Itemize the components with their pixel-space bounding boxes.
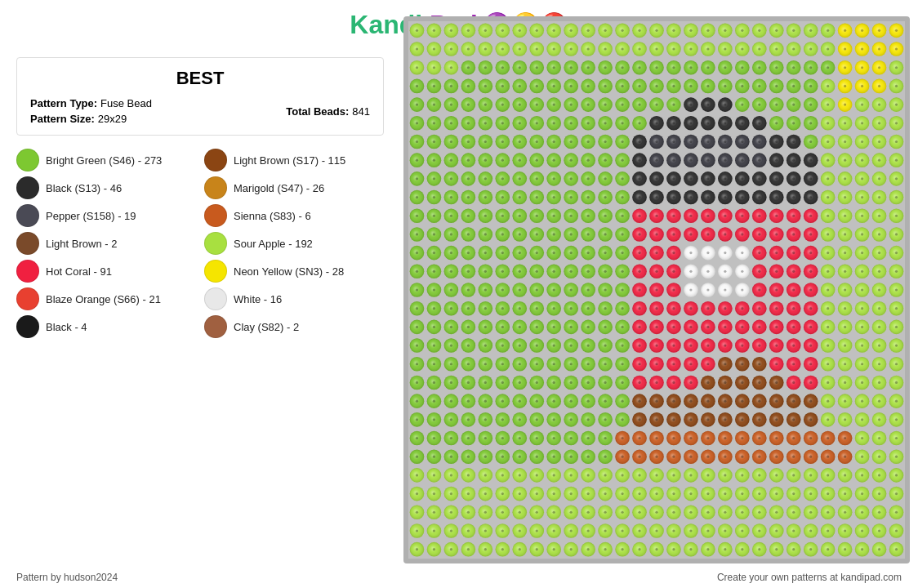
bead-label-clay: Clay (S82) - 2	[234, 321, 299, 333]
bead-label-black-s13: Black (S13) - 46	[46, 182, 122, 194]
bead-item-marigold: Marigold (S47) - 26	[204, 176, 384, 199]
pattern-info-box: BEST Pattern Type: Fuse Bead Pattern Siz…	[16, 57, 384, 136]
bead-item-blaze-orange: Blaze Orange (S66) - 21	[16, 287, 196, 310]
footer-left: Pattern by hudson2024	[16, 572, 118, 583]
pattern-meta-right: Total Beads: 841	[286, 105, 370, 118]
bead-item-pepper: Pepper (S158) - 19	[16, 204, 196, 227]
bead-label-white: White - 16	[234, 293, 282, 305]
bead-swatch-marigold	[204, 176, 227, 199]
bead-label-light-brown: Light Brown - 2	[46, 238, 117, 250]
bead-item-light-brown-s17: Light Brown (S17) - 115	[204, 149, 384, 172]
bead-swatch-black	[16, 315, 39, 338]
bead-item-light-brown: Light Brown - 2	[16, 232, 196, 255]
bead-label-black: Black - 4	[46, 321, 87, 333]
pattern-size-row: Pattern Size: 29x29	[30, 113, 152, 125]
footer-right: Create your own patterns at kandipad.com	[717, 572, 902, 583]
bead-item-black-s13: Black (S13) - 46	[16, 176, 196, 199]
bead-swatch-hot-coral	[16, 260, 39, 283]
pattern-size-value: 29x29	[98, 113, 127, 125]
bead-swatch-pepper	[16, 204, 39, 227]
bead-list: Bright Green (S46) - 273Light Brown (S17…	[16, 149, 384, 338]
total-beads-value: 841	[352, 105, 370, 118]
bead-label-marigold: Marigold (S47) - 26	[234, 182, 324, 194]
bead-item-neon-yellow: Neon Yellow (SN3) - 28	[204, 260, 384, 283]
bead-label-blaze-orange: Blaze Orange (S66) - 21	[46, 293, 161, 305]
bead-label-light-brown-s17: Light Brown (S17) - 115	[234, 154, 345, 167]
pattern-type-value: Fuse Bead	[100, 97, 152, 109]
pixel-art-panel	[403, 16, 910, 564]
bead-item-hot-coral: Hot Coral - 91	[16, 260, 196, 283]
footer: Pattern by hudson2024 Create your own pa…	[0, 572, 918, 583]
pattern-title: BEST	[30, 68, 370, 89]
bead-label-pepper: Pepper (S158) - 19	[46, 210, 136, 222]
bead-label-neon-yellow: Neon Yellow (SN3) - 28	[234, 265, 344, 278]
pixel-canvas	[408, 21, 905, 559]
bead-swatch-bright-green	[16, 149, 39, 172]
pattern-size-label: Pattern Size:	[30, 113, 95, 125]
pattern-meta: Pattern Type: Fuse Bead Pattern Size: 29…	[30, 97, 370, 125]
bead-swatch-light-brown-s17	[204, 149, 227, 172]
bead-swatch-blaze-orange	[16, 287, 39, 310]
bead-label-sour-apple: Sour Apple - 192	[234, 238, 313, 250]
bead-swatch-light-brown	[16, 232, 39, 255]
bead-label-bright-green: Bright Green (S46) - 273	[46, 154, 162, 167]
bead-item-white: White - 16	[204, 287, 384, 310]
bead-swatch-sour-apple	[204, 232, 227, 255]
bead-swatch-neon-yellow	[204, 260, 227, 283]
total-beads-row: Total Beads: 841	[286, 105, 370, 118]
pattern-type-row: Pattern Type: Fuse Bead	[30, 97, 152, 109]
bead-item-bright-green: Bright Green (S46) - 273	[16, 149, 196, 172]
bead-swatch-black-s13	[16, 176, 39, 199]
left-panel: BEST Pattern Type: Fuse Bead Pattern Siz…	[0, 57, 400, 564]
bead-swatch-clay	[204, 315, 227, 338]
bead-label-sienna: Sienna (S83) - 6	[234, 210, 311, 222]
bead-swatch-sienna	[204, 204, 227, 227]
pattern-type-label: Pattern Type:	[30, 97, 97, 109]
bead-swatch-white	[204, 287, 227, 310]
bead-item-black: Black - 4	[16, 315, 196, 338]
bead-item-clay: Clay (S82) - 2	[204, 315, 384, 338]
bead-item-sienna: Sienna (S83) - 6	[204, 204, 384, 227]
bead-label-hot-coral: Hot Coral - 91	[46, 265, 112, 278]
pattern-meta-left: Pattern Type: Fuse Bead Pattern Size: 29…	[30, 97, 152, 125]
total-beads-label: Total Beads:	[286, 105, 349, 118]
bead-item-sour-apple: Sour Apple - 192	[204, 232, 384, 255]
